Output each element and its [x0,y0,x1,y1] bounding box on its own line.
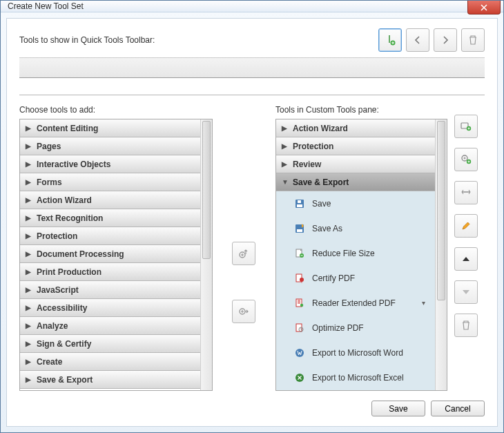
right-list[interactable]: ▶Action Wizard▶Protection▶Review▼Save & … [276,119,435,390]
submenu-indicator-icon: ▾ [422,299,425,307]
optimize-icon [294,323,305,334]
tool-item[interactable]: Save As [276,216,435,241]
left-category[interactable]: ▶Text Recognition [20,209,200,227]
tool-label: Certify PDF [312,273,355,283]
left-scrollbar[interactable] [200,119,212,390]
qt-add-divider-button[interactable] [378,28,402,52]
right-scrollbar[interactable] [435,119,447,390]
add-to-toolbar-button[interactable] [232,242,255,265]
add-right-icon [238,306,249,317]
category-label: Content Editing [37,124,98,133]
triangle-down-icon [461,287,472,298]
left-category[interactable]: ▶Pages [20,137,200,155]
add-up-icon [238,248,249,259]
add-to-pane-button[interactable] [232,300,255,323]
trash-icon [461,320,472,331]
add-panel-button[interactable] [454,115,478,138]
tool-item[interactable]: Export to Microsoft Word [276,340,435,365]
save-button[interactable]: Save [371,401,425,416]
qt-prev-button[interactable] [406,28,429,52]
svg-rect-6 [298,200,301,203]
scroll-thumb[interactable] [202,121,211,259]
left-column: Choose tools to add: ▶Content Editing▶Pa… [19,105,213,391]
triangle-right-icon: ▶ [26,160,31,168]
add-tool-button[interactable] [454,148,478,171]
category-label: Save & Export [37,375,93,385]
left-category[interactable]: ▶Save & Export [20,371,200,389]
trash-icon [467,35,478,46]
triangle-right-icon: ▶ [26,358,31,365]
category-label: Text Recognition [37,213,103,223]
tool-item[interactable]: Reduce File Size [276,241,435,266]
left-category[interactable]: ▶Print Production [20,263,200,281]
tool-item[interactable]: Export to Microsoft Excel [276,365,435,390]
category-label: Forms [37,177,62,187]
tool-item[interactable]: Certify PDF [276,266,435,291]
category-label: Sign & Certify [37,339,91,349]
svg-rect-0 [389,35,390,43]
move-down-button[interactable] [454,280,478,304]
tool-label: Save As [312,224,342,233]
lists-row: Choose tools to add: ▶Content Editing▶Pa… [19,105,485,391]
chevron-right-icon [440,35,451,46]
left-category[interactable]: ▶Create [20,353,200,371]
qt-next-button[interactable] [434,28,457,52]
tool-icon [294,323,305,334]
svg-rect-5 [297,204,302,207]
left-category[interactable]: ▶Interactive Objects [20,155,200,173]
category-label: Create [37,357,62,367]
category-label: Interactive Objects [37,160,110,169]
right-category[interactable]: ▼Save & Export [276,173,435,191]
left-category[interactable]: ▶Action Wizard [20,191,200,209]
delete-button[interactable] [454,314,478,337]
tool-label: Save [312,199,331,209]
triangle-right-icon: ▶ [26,322,31,329]
tool-add-icon [461,154,472,165]
left-list[interactable]: ▶Content Editing▶Pages▶Interactive Objec… [20,119,200,390]
triangle-right-icon: ▶ [282,142,287,150]
qt-delete-button[interactable] [461,28,485,52]
svg-point-14 [300,303,303,306]
left-category[interactable]: ▶Document Processing [20,245,200,263]
category-label: Print Production [37,267,101,277]
tool-label: Optimize PDF [312,323,364,333]
export-excel-icon [294,372,305,383]
quick-tools-drop-area[interactable] [19,57,485,78]
export-word-icon [294,347,305,358]
add-divider-button[interactable] [454,181,478,204]
category-label: Save & Export [293,177,349,187]
triangle-right-icon: ▶ [282,160,287,168]
close-icon [481,4,487,11]
category-label: Protection [37,231,77,241]
left-category[interactable]: ▶Protection [20,227,200,245]
close-button[interactable] [467,1,501,15]
tool-label: Export to Microsoft Word [312,348,403,358]
tool-icon [294,273,305,284]
triangle-right-icon: ▶ [26,178,31,186]
tool-label: Reader Extended PDF [312,298,396,308]
left-category[interactable]: ▶Content Editing [20,119,200,137]
right-category[interactable]: ▶Action Wizard [276,119,435,137]
tool-icon [294,347,305,358]
rename-button[interactable] [454,214,478,238]
move-up-button[interactable] [454,247,478,271]
category-label: Action Wizard [37,195,92,205]
triangle-right-icon: ▶ [26,376,31,383]
left-category[interactable]: ▶Accessibility [20,299,200,317]
left-category[interactable]: ▶Analyze [20,317,200,335]
triangle-down-icon: ▼ [282,178,287,186]
tool-item[interactable]: Reader Extended PDF▾ [276,291,435,316]
right-category[interactable]: ▶Protection [276,137,435,155]
tool-item[interactable]: Save [276,191,435,216]
category-label: Accessibility [37,303,87,313]
tool-icon [294,248,305,259]
cancel-button[interactable]: Cancel [431,401,485,416]
right-category[interactable]: ▶Review [276,155,435,173]
save-icon [294,198,305,209]
left-category[interactable]: ▶Sign & Certify [20,335,200,353]
scroll-thumb[interactable] [437,121,445,300]
dialog-window: Create New Tool Set Tools to show in Qui… [0,0,504,433]
tool-item[interactable]: Optimize PDF [276,316,435,340]
left-category[interactable]: ▶JavaScript [20,281,200,299]
left-category[interactable]: ▶Forms [20,173,200,191]
